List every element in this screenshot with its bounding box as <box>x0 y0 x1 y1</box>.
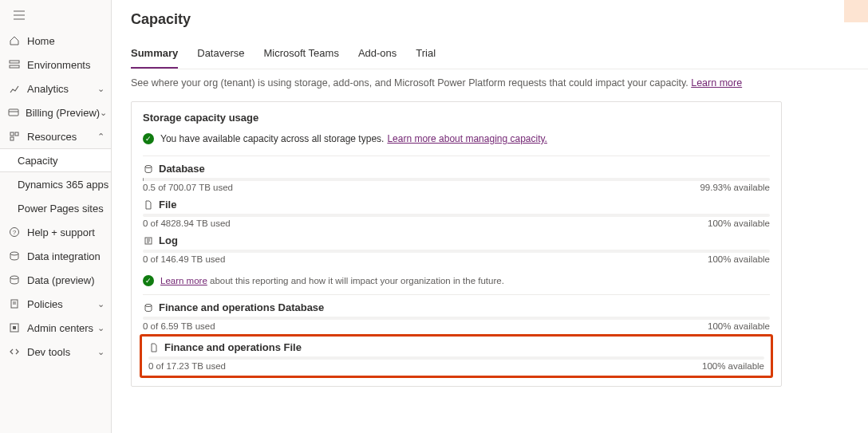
analytics-icon <box>8 82 21 95</box>
svg-rect-3 <box>10 132 14 136</box>
svg-rect-0 <box>10 61 19 63</box>
storage-log: Log 0 of 146.49 TB used 100% available <box>143 234 770 264</box>
nav-sub-label: Dynamics 365 apps <box>18 179 108 191</box>
storage-avail: 100% available <box>708 321 770 331</box>
nav-label: Dev tools <box>27 346 97 358</box>
nav-label: Data integration <box>27 250 105 262</box>
nav-dev-tools[interactable]: Dev tools ⌄ <box>0 340 111 364</box>
storage-fo-database: Finance and operations Database 0 of 6.5… <box>143 301 770 331</box>
subtitle-text: See where your org (tenant) is using sto… <box>131 77 691 89</box>
nav-resources[interactable]: Resources ⌃ <box>0 124 111 148</box>
billing-icon <box>8 106 19 119</box>
chevron-down-icon: ⌄ <box>97 347 105 357</box>
svg-rect-5 <box>10 137 14 140</box>
storage-avail: 100% available <box>708 254 770 264</box>
nav-label: Analytics <box>27 83 97 95</box>
nav-label: Data (preview) <box>27 274 105 286</box>
status-text: You have available capacity across all s… <box>160 133 384 144</box>
nav-label: Home <box>27 35 105 47</box>
nav-data-integration[interactable]: Data integration <box>0 244 111 268</box>
chevron-down-icon: ⌄ <box>97 84 105 94</box>
nav-label: Admin centers <box>27 322 97 334</box>
tab-dataverse[interactable]: Dataverse <box>197 47 244 69</box>
info-row: ✓ Learn more about this reporting and ho… <box>143 275 770 286</box>
file-icon <box>148 343 160 352</box>
file-icon <box>143 200 154 210</box>
subtitle: See where your org (tenant) is using sto… <box>131 77 868 89</box>
tab-addons[interactable]: Add-ons <box>358 47 397 69</box>
card-title: Storage capacity usage <box>143 112 770 124</box>
tabs: Summary Dataverse Microsoft Teams Add-on… <box>131 47 868 69</box>
nav-sub-label: Power Pages sites <box>18 203 104 215</box>
page-title: Capacity <box>131 11 868 28</box>
storage-avail: 100% available <box>702 361 764 371</box>
separator <box>143 294 770 295</box>
nav-sub-label: Capacity <box>18 155 58 167</box>
storage-name: Log <box>159 234 178 246</box>
storage-avail: 100% available <box>708 218 770 228</box>
svg-point-15 <box>145 304 152 306</box>
storage-used: 0 of 4828.94 TB used <box>143 218 231 228</box>
storage-name: Finance and operations File <box>164 341 302 353</box>
success-check-icon: ✓ <box>143 133 154 144</box>
nav-billing[interactable]: Billing (Preview) ⌄ <box>0 100 111 124</box>
nav-label: Environments <box>27 59 105 71</box>
storage-used: 0 of 146.49 TB used <box>143 254 225 264</box>
log-icon <box>143 236 154 246</box>
tab-summary[interactable]: Summary <box>131 47 178 69</box>
database-icon <box>143 164 154 174</box>
nav-data-preview[interactable]: Data (preview) <box>0 268 111 292</box>
svg-point-13 <box>145 165 152 167</box>
policies-icon <box>8 297 21 310</box>
svg-rect-2 <box>9 109 18 116</box>
data-integration-icon <box>8 250 21 262</box>
nav-label: Help + support <box>27 226 105 238</box>
main-content: Capacity Summary Dataverse Microsoft Tea… <box>112 0 868 433</box>
progress-bar <box>143 214 770 217</box>
admin-centers-icon <box>8 321 21 334</box>
progress-bar <box>143 178 770 181</box>
progress-bar <box>143 250 770 253</box>
storage-used: 0.5 of 700.07 TB used <box>143 183 233 192</box>
storage-fo-file: Finance and operations File 0 of 17.23 T… <box>148 341 764 371</box>
info-learn-more-link[interactable]: Learn more <box>160 276 207 285</box>
sidebar: Home Environments Analytics ⌄ Billing (P… <box>0 0 112 433</box>
svg-point-9 <box>10 276 18 279</box>
nav-sub-power-pages[interactable]: Power Pages sites <box>0 196 111 220</box>
environments-icon <box>8 58 21 71</box>
svg-rect-4 <box>15 132 18 136</box>
dev-tools-icon <box>8 345 21 358</box>
resources-icon <box>8 130 21 143</box>
chevron-up-icon: ⌃ <box>97 132 105 142</box>
database-icon <box>143 303 154 313</box>
highlight-callout: Finance and operations File 0 of 17.23 T… <box>140 334 773 378</box>
info-suffix: about this reporting and how it will imp… <box>207 276 504 285</box>
separator <box>143 155 770 156</box>
status-row: ✓ You have available capacity across all… <box>143 133 770 144</box>
hamburger-icon[interactable] <box>6 6 32 24</box>
nav-label: Resources <box>27 131 97 143</box>
nav-sub-d365-apps[interactable]: Dynamics 365 apps <box>0 172 111 196</box>
svg-point-8 <box>10 252 18 255</box>
nav-help-support[interactable]: ? Help + support <box>0 220 111 244</box>
data-preview-icon <box>8 274 21 286</box>
tab-trial[interactable]: Trial <box>416 47 436 69</box>
nav-label: Policies <box>27 298 97 310</box>
nav-analytics[interactable]: Analytics ⌄ <box>0 77 111 100</box>
storage-name: Finance and operations Database <box>159 301 324 313</box>
home-icon <box>8 34 21 47</box>
subtitle-learn-more-link[interactable]: Learn more <box>691 77 742 89</box>
storage-avail: 99.93% available <box>700 183 770 192</box>
storage-name: File <box>159 199 176 211</box>
nav-home[interactable]: Home <box>0 29 111 53</box>
nav-environments[interactable]: Environments <box>0 53 111 77</box>
progress-bar <box>143 317 770 320</box>
nav-sub-capacity[interactable]: Capacity <box>0 148 111 172</box>
svg-rect-1 <box>10 65 19 68</box>
help-icon: ? <box>8 226 21 238</box>
status-learn-more-link[interactable]: Learn more about managing capacity. <box>387 133 547 144</box>
tab-ms-teams[interactable]: Microsoft Teams <box>264 47 339 69</box>
nav-admin-centers[interactable]: Admin centers ⌄ <box>0 316 111 340</box>
success-check-icon: ✓ <box>143 275 154 286</box>
nav-policies[interactable]: Policies ⌄ <box>0 292 111 316</box>
